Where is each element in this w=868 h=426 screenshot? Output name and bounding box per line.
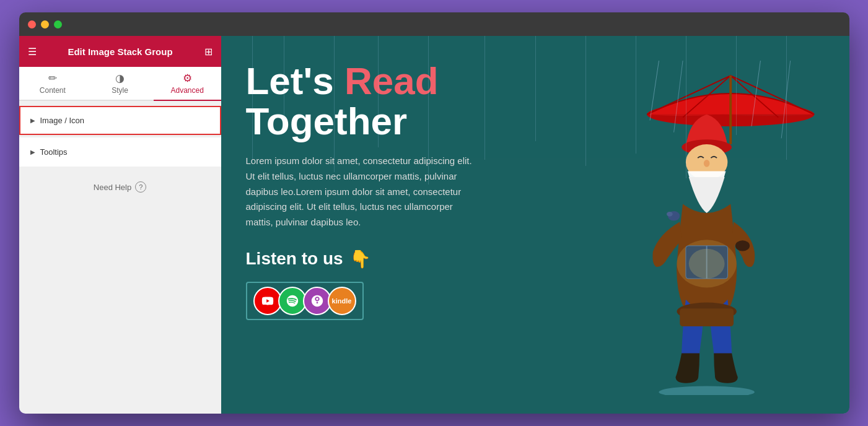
chevron-icon-2: ▶ — [30, 149, 35, 155]
accordion-tooltips-header[interactable]: ▶ Tooltips — [19, 137, 221, 167]
tab-style[interactable]: ◑ Style — [86, 67, 154, 100]
sidebar-header: ☰ Edit Image Stack Group ⊞ — [19, 36, 221, 67]
content-tab-icon: ✏ — [48, 73, 57, 84]
listen-title: Listen to us — [246, 249, 343, 269]
hero-title-line2: Together — [246, 100, 408, 142]
svg-point-20 — [659, 386, 754, 395]
svg-point-14 — [688, 249, 724, 279]
hamburger-icon[interactable]: ☰ — [28, 46, 37, 58]
sidebar: ☰ Edit Image Stack Group ⊞ ✏ Content ◑ S… — [19, 36, 221, 414]
listen-section: Listen to us 👇 — [246, 249, 571, 269]
need-help-section: Need Help ? — [19, 181, 221, 193]
pointing-emoji: 👇 — [349, 249, 371, 269]
content-tab-label: Content — [40, 86, 66, 95]
sidebar-title: Edit Image Stack Group — [68, 46, 172, 57]
need-help-label: Need Help — [94, 183, 131, 192]
help-circle-icon[interactable]: ? — [135, 181, 146, 193]
svg-point-10 — [703, 160, 709, 167]
hero-title-highlight: Read — [344, 59, 439, 102]
minimize-button[interactable] — [41, 20, 49, 28]
accordion-image-icon: ▶ Image / Icon — [19, 106, 221, 135]
advanced-tab-icon: ⚙ — [183, 73, 192, 84]
platform-icons-row: kindle — [246, 282, 364, 320]
grid-icon[interactable]: ⊞ — [204, 46, 213, 58]
svg-rect-16 — [680, 308, 734, 326]
svg-point-18 — [667, 212, 673, 217]
content-area: Let's Read Together Lorem ipsum dolor si… — [221, 36, 849, 414]
titlebar — [19, 12, 849, 36]
accordion-image-icon-header[interactable]: ▶ Image / Icon — [19, 106, 221, 135]
tab-advanced[interactable]: ⚙ Advanced — [154, 67, 221, 101]
accordion-image-icon-label: Image / Icon — [40, 116, 85, 125]
advanced-tab-label: Advanced — [170, 86, 203, 95]
maximize-button[interactable] — [54, 20, 62, 28]
tab-content[interactable]: ✏ Content — [19, 67, 87, 100]
style-tab-icon: ◑ — [115, 73, 125, 84]
podcast-icon[interactable] — [303, 287, 331, 315]
spotify-icon[interactable] — [278, 287, 307, 315]
traffic-lights — [28, 20, 62, 28]
accordion: ▶ Image / Icon ▶ Tooltips — [19, 106, 221, 169]
kindle-icon[interactable]: kindle — [328, 287, 356, 315]
text-section: Let's Read Together Lorem ipsum dolor si… — [246, 61, 583, 395]
hero-title: Let's Read Together — [246, 61, 571, 141]
kindle-label: kindle — [332, 297, 352, 305]
accordion-tooltips-label: Tooltips — [40, 147, 68, 157]
hero-title-line1-text: Let's — [246, 59, 344, 102]
svg-point-19 — [735, 240, 749, 251]
window-body: ☰ Edit Image Stack Group ⊞ ✏ Content ◑ S… — [19, 36, 849, 414]
gnome-svg — [583, 61, 818, 395]
app-window: ☰ Edit Image Stack Group ⊞ ✏ Content ◑ S… — [19, 12, 849, 414]
close-button[interactable] — [28, 20, 36, 28]
hero-body-text: Lorem ipsum dolor sit amet, consectetur … — [246, 154, 481, 230]
chevron-icon: ▶ — [30, 117, 35, 124]
gnome-illustration — [583, 61, 818, 395]
youtube-icon[interactable] — [253, 287, 282, 315]
style-tab-label: Style — [112, 86, 128, 95]
main-content: Let's Read Together Lorem ipsum dolor si… — [221, 36, 849, 414]
tabs-bar: ✏ Content ◑ Style ⚙ Advanced — [19, 67, 221, 101]
accordion-tooltips: ▶ Tooltips — [19, 137, 221, 167]
